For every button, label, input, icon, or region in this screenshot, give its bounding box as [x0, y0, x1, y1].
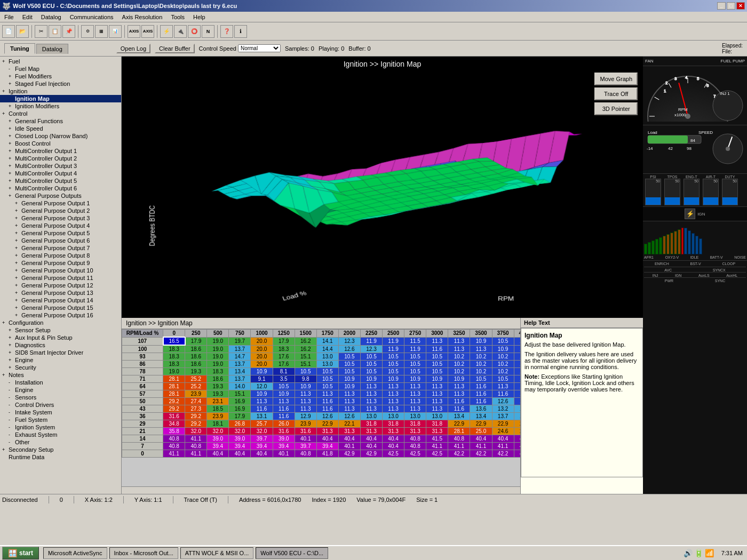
table-cell[interactable]: 31.8 — [404, 420, 426, 428]
table-cell[interactable]: 10.2 — [470, 353, 492, 361]
table-cell[interactable]: 11.9 — [360, 337, 382, 345]
table-cell[interactable]: 10.5 — [383, 368, 404, 375]
table-cell[interactable]: 13.4 — [448, 413, 470, 420]
table-cell[interactable]: 40.4 — [470, 435, 492, 443]
table-cell[interactable]: 11.6 — [273, 405, 295, 413]
table-cell[interactable]: 20.0 — [251, 345, 273, 353]
table-cell[interactable]: 11.9 — [383, 345, 404, 353]
table-cell[interactable]: 16.9 — [229, 405, 251, 413]
table-cell[interactable]: 31.3 — [404, 428, 426, 435]
table-cell[interactable]: 10.9 — [404, 375, 426, 383]
table-cell[interactable]: 17.9 — [185, 337, 207, 345]
table-cell[interactable]: 39.7 — [251, 435, 273, 443]
tb-new[interactable]: 📄 — [2, 25, 15, 38]
table-scroll[interactable]: RPM/Load %025050075010001250150017502000… — [122, 329, 520, 486]
table-cell[interactable]: 40.4 — [514, 435, 520, 443]
table-cell[interactable]: 11.3 — [360, 390, 382, 398]
tb-grid[interactable]: ▦ — [95, 25, 108, 38]
tb-open[interactable]: 📂 — [16, 25, 29, 38]
table-cell[interactable]: 28.1 — [448, 428, 470, 435]
table-cell[interactable]: 39.4 — [273, 443, 295, 450]
table-cell[interactable]: 10.5 — [492, 375, 514, 383]
table-cell[interactable]: 31.6 — [163, 413, 185, 420]
table-cell[interactable]: 13.7 — [514, 405, 520, 413]
table-cell[interactable]: 20.0 — [251, 361, 273, 368]
table-cell[interactable]: 11.9 — [404, 345, 426, 353]
table-cell[interactable]: 10.5 — [470, 375, 492, 383]
table-cell[interactable]: 10.9 — [383, 375, 404, 383]
table-cell[interactable]: 17.9 — [273, 337, 295, 345]
table-cell[interactable]: 40.1 — [273, 450, 295, 458]
sidebar-item[interactable]: +General Purpose Output 8 — [0, 252, 121, 259]
table-cell[interactable]: 40.4 — [360, 435, 382, 443]
table-cell[interactable]: 11.3 — [360, 383, 382, 390]
sidebar-item[interactable]: +Closed Loop (Narrow Band) — [0, 132, 121, 140]
table-cell[interactable]: 10.9 — [360, 375, 382, 383]
table-cell[interactable]: 11.3 — [295, 390, 316, 398]
table-cell[interactable]: 22.1 — [338, 420, 360, 428]
table-cell[interactable]: 8.1 — [273, 368, 295, 375]
table-cell[interactable]: 11.3 — [295, 405, 316, 413]
table-cell[interactable]: 13.0 — [316, 361, 338, 368]
table-cell[interactable]: 42.2 — [492, 450, 514, 458]
sidebar-item[interactable]: +MultiController Output 6 — [0, 185, 121, 192]
table-cell[interactable]: 10.9 — [338, 383, 360, 390]
table-cell[interactable]: 16.2 — [295, 345, 316, 353]
table-cell[interactable]: 10.5 — [426, 353, 448, 361]
sidebar-item[interactable]: +Fuel — [0, 58, 121, 65]
table-cell[interactable]: 19.7 — [229, 337, 251, 345]
sidebar-item[interactable]: +Engine — [0, 356, 121, 364]
sidebar-item[interactable]: +General Purpose Output 15 — [0, 304, 121, 311]
table-cell[interactable]: 11.3 — [404, 390, 426, 398]
table-cell[interactable]: 10.2 — [470, 368, 492, 375]
table-cell[interactable]: 19.3 — [207, 383, 229, 390]
table-cell[interactable]: 11.6 — [492, 390, 514, 398]
table-cell[interactable]: 11.3 — [338, 405, 360, 413]
table-cell[interactable]: 10.5 — [338, 353, 360, 361]
table-cell[interactable]: 39.0 — [229, 435, 251, 443]
table-cell[interactable]: 29.2 — [185, 413, 207, 420]
table-cell[interactable]: 12.9 — [295, 413, 316, 420]
taskbar-item[interactable]: Microsoft ActiveSync — [43, 547, 107, 559]
sidebar-item[interactable]: +Boost Control — [0, 140, 121, 147]
table-cell[interactable]: 10.2 — [514, 368, 520, 375]
sidebar-item[interactable]: -Intake System — [0, 409, 121, 416]
table-cell[interactable]: 25.0 — [470, 428, 492, 435]
table-cell[interactable]: 41.1 — [470, 443, 492, 450]
table-cell[interactable]: 40.8 — [448, 435, 470, 443]
table-cell[interactable]: 10.2 — [448, 368, 470, 375]
table-cell[interactable]: 39.7 — [295, 443, 316, 450]
tb-btn8[interactable]: ⭕ — [188, 25, 201, 38]
sidebar-item[interactable]: +General Purpose Output 7 — [0, 244, 121, 252]
table-cell[interactable]: 40.4 — [229, 450, 251, 458]
sidebar-item[interactable]: +MultiController Output 1 — [0, 147, 121, 155]
table-cell[interactable]: 10.2 — [448, 353, 470, 361]
table-cell[interactable]: 40.8 — [404, 435, 426, 443]
table-cell[interactable]: 40.4 — [338, 435, 360, 443]
table-cell[interactable]: 11.3 — [492, 383, 514, 390]
tb-btn6[interactable]: ⚡ — [160, 25, 173, 38]
table-cell[interactable]: 13.0 — [404, 413, 426, 420]
table-cell[interactable]: 15.1 — [295, 361, 316, 368]
table-cell[interactable]: 26.0 — [273, 420, 295, 428]
table-cell[interactable]: 11.3 — [448, 383, 470, 390]
table-cell[interactable]: 10.9 — [426, 375, 448, 383]
table-cell[interactable]: 18.6 — [207, 375, 229, 383]
table-cell[interactable]: 41.1 — [163, 450, 185, 458]
table-cell[interactable]: 32.0 — [207, 428, 229, 435]
sidebar-item[interactable]: +Secondary Setup — [0, 446, 121, 453]
table-cell[interactable]: 11.3 — [426, 383, 448, 390]
table-cell[interactable]: 19.0 — [207, 361, 229, 368]
table-cell[interactable]: 12.6 — [338, 413, 360, 420]
table-cell[interactable]: 42.2 — [448, 450, 470, 458]
table-cell[interactable]: 11.3 — [470, 345, 492, 353]
table-cell[interactable]: 11.3 — [514, 398, 520, 405]
table-cell[interactable]: 19.0 — [207, 345, 229, 353]
table-cell[interactable]: 13.7 — [229, 375, 251, 383]
table-cell[interactable]: 42.5 — [383, 450, 404, 458]
table-cell[interactable]: 13.7 — [229, 361, 251, 368]
sidebar-item[interactable]: +Staged Fuel Injection — [0, 80, 121, 87]
table-cell[interactable]: 28.1 — [163, 375, 185, 383]
menu-axis-resolution[interactable]: Axis Resolution — [118, 13, 167, 21]
tb-btn7[interactable]: 🔌 — [174, 25, 187, 38]
